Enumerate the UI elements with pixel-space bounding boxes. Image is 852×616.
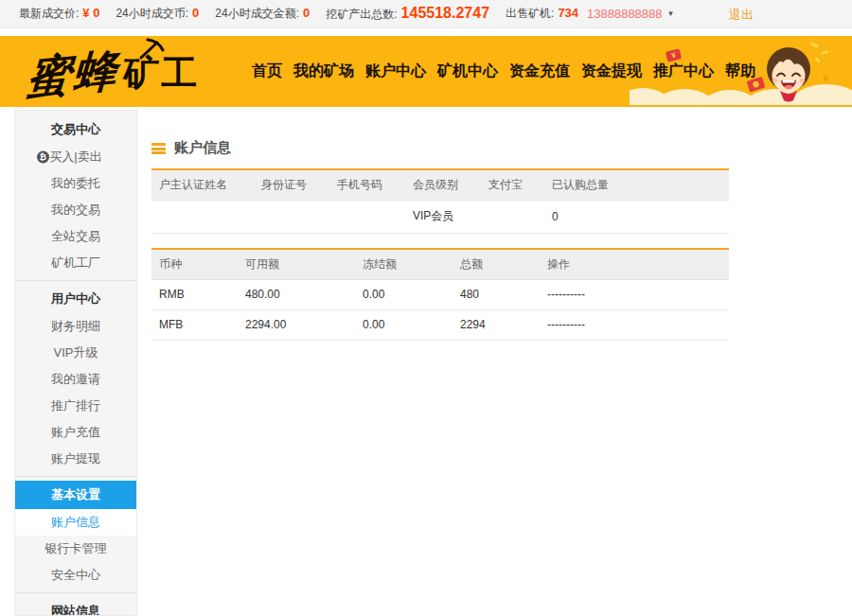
stat-label: 最新成交价: [19, 6, 79, 22]
sidebar-item-label: 买入|卖出 [49, 150, 101, 164]
logout-link[interactable]: 退出 [729, 7, 754, 24]
stat-24h-amount: 24小时成交金额: 0 [215, 6, 310, 22]
sidebar-item-account-withdraw[interactable]: 账户提现 [15, 446, 136, 472]
table-row: VIP会员 0 [151, 201, 729, 234]
sidebar-item-my-invites[interactable]: 我的邀请 [15, 366, 136, 393]
cell-subscribed-total: 0 [544, 201, 729, 234]
nav-item-my-farm[interactable]: 我的矿场 [293, 62, 354, 81]
table-header-row: 户主认证姓名 身份证号 手机号码 会员级别 支付宝 已认购总量 [151, 169, 729, 201]
page-body: 交易中心 ₿ 买入|卖出 我的委托 我的交易 全站交易 矿机工厂 用户中心 财务… [0, 107, 852, 616]
sidebar-item-finance-details[interactable]: 财务明细 [15, 313, 136, 340]
sidebar-item-bank-cards[interactable]: 银行卡管理 [15, 536, 136, 562]
cell-frozen: 0.00 [355, 280, 453, 310]
table-header-row: 币种 可用额 冻结额 总额 操作 [151, 249, 729, 280]
stat-24h-coins: 24小时成交币: 0 [115, 6, 199, 22]
sidebar-item-my-trades[interactable]: 我的交易 [15, 197, 136, 223]
stat-label: 出售矿机: [506, 6, 554, 22]
cell-total: 480 [453, 280, 540, 310]
sidebar-divider [15, 280, 136, 281]
col-header: 支付宝 [481, 169, 544, 201]
sidebar-item-vip-upgrade[interactable]: VIP升级 [15, 340, 136, 366]
balance-table: 币种 可用额 冻结额 总额 操作 RMB 480.00 0.00 480 ---… [151, 248, 729, 341]
nav-item-withdraw[interactable]: 资金提现 [581, 62, 642, 81]
nav-item-account-center[interactable]: 账户中心 [365, 62, 426, 81]
stat-value: 734 [558, 6, 578, 20]
col-header: 会员级别 [405, 169, 481, 201]
stat-value: 0 [192, 6, 199, 20]
nav-item-help[interactable]: 帮助 [725, 62, 755, 81]
sidebar-header-basic-settings[interactable]: 基本设置 [15, 481, 136, 509]
cell-id-number [254, 201, 329, 234]
stat-value: 145518.2747 [401, 5, 489, 22]
sidebar-item-account-recharge[interactable]: 账户充值 [15, 419, 136, 446]
col-header: 操作 [540, 249, 729, 280]
sidebar-item-account-info[interactable]: 账户信息 [15, 509, 136, 536]
sidebar-item-buy-sell[interactable]: ₿ 买入|卖出 [15, 144, 136, 170]
sidebar-item-security-center[interactable]: 安全中心 [15, 562, 136, 589]
sidebar-header-user-center: 用户中心 [15, 285, 136, 313]
col-header: 户主认证姓名 [151, 169, 254, 201]
sidebar-item-all-trades[interactable]: 全站交易 [15, 223, 136, 250]
logo[interactable]: 蜜蜂 矿工 [27, 45, 199, 104]
navbar: 蜜蜂 矿工 首页 我的矿场 账户中心 矿机中心 资金充值 资金提现 推广中心 ¥… [0, 36, 852, 107]
red-envelope-icon: ¥ [666, 48, 682, 62]
cell-frozen: 0.00 [355, 310, 453, 341]
col-header: 已认购总量 [544, 169, 729, 201]
stat-label: 挖矿产出总数: [326, 7, 397, 23]
stat-miners-sold: 出售矿机: 734 [506, 6, 578, 22]
main-nav: 首页 我的矿场 账户中心 矿机中心 资金充值 资金提现 推广中心 ¥ 帮助 [252, 36, 755, 107]
user-phone-number: 13888888888 [587, 7, 663, 21]
stat-value: ¥ 0 [82, 6, 99, 20]
cell-phone [329, 201, 405, 234]
cell-currency: MFB [151, 310, 238, 341]
stat-mining-output-total: 挖矿产出总数: 145518.2747 [326, 5, 489, 23]
col-header: 冻结额 [355, 249, 453, 280]
cell-operation: ---------- [540, 310, 729, 341]
mascot-boy-illustration [746, 39, 831, 107]
cell-available: 480.00 [238, 280, 355, 310]
sidebar-divider [15, 592, 136, 593]
pickaxe-icon [136, 38, 165, 64]
sidebar: 交易中心 ₿ 买入|卖出 我的委托 我的交易 全站交易 矿机工厂 用户中心 财务… [14, 110, 137, 616]
table-row: MFB 2294.00 0.00 2294 ---------- [151, 310, 729, 341]
topbar: 最新成交价: ¥ 0 24小时成交币: 0 24小时成交金额: 0 挖矿产出总数… [0, 0, 852, 28]
main-content: 账户信息 户主认证姓名 身份证号 手机号码 会员级别 支付宝 已认购总量 [151, 107, 729, 355]
cell-owner-name [151, 201, 254, 234]
chevron-down-icon: ▼ [667, 9, 675, 18]
col-header: 手机号码 [329, 169, 405, 201]
user-phone-dropdown[interactable]: 13888888888 ▼ [587, 7, 674, 21]
cell-available: 2294.00 [238, 310, 355, 341]
profile-table: 户主认证姓名 身份证号 手机号码 会员级别 支付宝 已认购总量 VIP会员 0 [151, 168, 729, 234]
stat-value: 0 [303, 6, 310, 20]
sidebar-header-trade-center: 交易中心 [15, 115, 136, 144]
nav-item-label: 推广中心 [653, 62, 714, 79]
nav-item-miner-center[interactable]: 矿机中心 [437, 62, 498, 81]
logo-text-script: 蜜蜂 [26, 41, 121, 107]
stat-label: 24小时成交金额: [215, 6, 299, 22]
sidebar-item-promo-ranking[interactable]: 推广排行 [15, 393, 136, 419]
col-header: 总额 [453, 249, 540, 280]
sidebar-header-site-info: 网站信息 [15, 597, 136, 616]
page-title-text: 账户信息 [174, 139, 231, 157]
sidebar-item-miner-factory[interactable]: 矿机工厂 [15, 250, 136, 276]
page-title: 账户信息 [151, 139, 729, 157]
nav-item-deposit[interactable]: 资金充值 [509, 62, 570, 81]
cell-currency: RMB [151, 280, 238, 310]
nav-item-promotion-center[interactable]: 推广中心 ¥ [653, 62, 714, 81]
topbar-navbar-gap [0, 28, 852, 36]
table-row: RMB 480.00 0.00 480 ---------- [151, 280, 729, 310]
sidebar-item-my-commissions[interactable]: 我的委托 [15, 170, 136, 197]
cell-operation: ---------- [540, 280, 729, 310]
col-header: 身份证号 [254, 169, 329, 201]
bitcoin-icon: ₿ [37, 151, 49, 164]
cell-alipay [481, 201, 544, 234]
stat-label: 24小时成交币: [115, 6, 188, 22]
col-header: 币种 [151, 249, 238, 280]
nav-item-home[interactable]: 首页 [252, 62, 282, 81]
cell-total: 2294 [453, 310, 540, 341]
list-bars-icon [151, 143, 166, 154]
col-header: 可用额 [238, 249, 355, 280]
cell-member-level: VIP会员 [405, 201, 481, 234]
stat-latest-price: 最新成交价: ¥ 0 [19, 6, 99, 22]
sidebar-divider [15, 476, 136, 477]
